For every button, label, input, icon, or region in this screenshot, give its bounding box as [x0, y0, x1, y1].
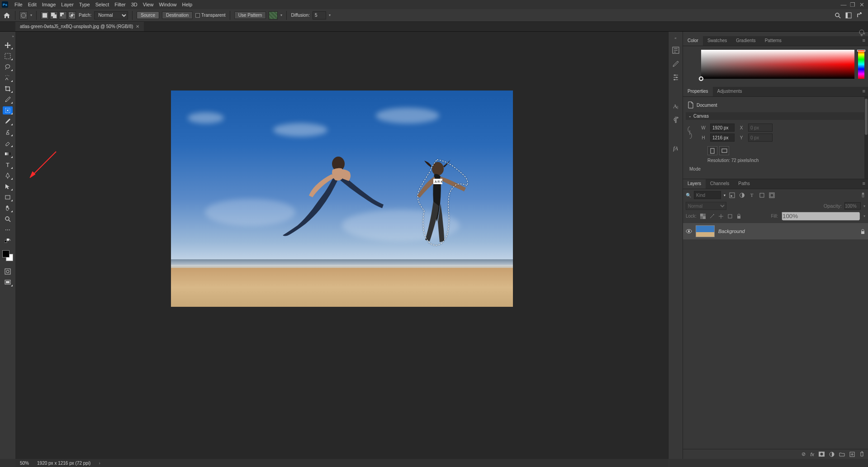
link-dimensions-icon[interactable] [688, 126, 698, 139]
paths-tab[interactable]: Paths [734, 179, 754, 189]
type-tool[interactable]: T [3, 161, 13, 169]
width-input[interactable] [710, 124, 735, 132]
share-icon[interactable] [856, 12, 863, 19]
filter-smart-icon[interactable] [768, 191, 775, 199]
adjustment-layer-icon[interactable] [829, 452, 835, 457]
menu-3d[interactable]: 3D [128, 1, 140, 8]
clone-stamp-tool[interactable] [3, 128, 13, 136]
patch-tool[interactable] [3, 106, 13, 114]
zoom-tool[interactable] [3, 215, 13, 223]
menu-image[interactable]: Image [39, 1, 59, 8]
menu-select[interactable]: Select [93, 1, 112, 8]
menu-type[interactable]: Type [76, 1, 93, 8]
lock-all-icon[interactable] [736, 214, 741, 219]
link-layers-icon[interactable]: ⊘ [802, 451, 806, 457]
adjustments-tab[interactable]: Adjustments [713, 87, 747, 96]
history-panel-icon[interactable] [672, 47, 679, 54]
patch-destination-button[interactable]: Destination [162, 11, 193, 19]
patch-mode-select[interactable]: Normal [94, 11, 128, 19]
layer-row[interactable]: Background [683, 223, 868, 239]
pen-tool[interactable] [3, 172, 13, 180]
channels-tab[interactable]: Channels [706, 179, 734, 189]
zoom-level[interactable]: 50% [20, 461, 29, 466]
quick-mask-icon[interactable] [3, 267, 13, 276]
filter-toggle-icon[interactable] [861, 192, 865, 198]
menu-file[interactable]: File [12, 1, 25, 8]
selection-add-icon[interactable] [50, 11, 58, 19]
height-input[interactable] [710, 133, 735, 142]
move-tool[interactable] [3, 41, 13, 49]
rectangle-tool[interactable] [3, 193, 13, 201]
menu-view[interactable]: View [140, 1, 157, 8]
toolbar-collapse-icon[interactable]: » [12, 34, 14, 38]
properties-tab[interactable]: Properties [683, 87, 713, 96]
selection-subtract-icon[interactable] [59, 11, 67, 19]
eyedropper-tool[interactable] [3, 95, 13, 104]
edit-toolbar-icon[interactable]: ⋯ [3, 226, 13, 234]
canvas-area[interactable]: A R K [15, 32, 668, 459]
foreground-background-colors[interactable] [2, 250, 13, 261]
layer-fx-icon[interactable]: fx [810, 452, 814, 457]
lock-position-icon[interactable] [718, 214, 724, 219]
window-close-icon[interactable]: ✕ [857, 1, 866, 8]
filter-pixel-icon[interactable] [728, 191, 735, 199]
adjustments-panel-icon[interactable] [672, 74, 679, 81]
gradients-tab[interactable]: Gradients [731, 36, 760, 46]
tips-lightbulb-icon[interactable] [857, 29, 866, 38]
home-icon[interactable] [3, 12, 11, 19]
selection-intersect-icon[interactable] [68, 11, 76, 19]
layer-lock-icon[interactable] [860, 229, 865, 234]
properties-panel-menu-icon[interactable]: ≡ [860, 87, 868, 96]
swap-colors-icon[interactable] [3, 237, 13, 245]
path-selection-tool[interactable] [3, 182, 13, 191]
delete-layer-icon[interactable] [859, 451, 864, 457]
portrait-orientation-button[interactable] [707, 146, 717, 155]
lasso-tool[interactable] [3, 63, 13, 71]
lock-transparent-icon[interactable] [700, 214, 706, 219]
search-icon[interactable] [835, 12, 841, 19]
character-panel-icon[interactable]: A| [673, 103, 678, 110]
layer-mask-icon[interactable] [819, 452, 825, 457]
landscape-orientation-button[interactable] [719, 146, 729, 155]
menu-filter[interactable]: Filter [112, 1, 128, 8]
lock-image-icon[interactable] [709, 214, 715, 219]
brushes-panel-icon[interactable] [672, 60, 679, 67]
menu-layer[interactable]: Layer [58, 1, 76, 8]
new-layer-icon[interactable] [849, 452, 855, 457]
workspace-icon[interactable] [845, 12, 852, 19]
color-tab[interactable]: Color [683, 36, 703, 46]
eraser-tool[interactable] [3, 139, 13, 147]
patch-tool-preset-icon[interactable] [19, 11, 28, 19]
quick-selection-tool[interactable] [3, 74, 13, 82]
canvas-section-header[interactable]: ⌄ Canvas [686, 112, 865, 120]
crop-tool[interactable] [3, 85, 13, 93]
gradient-tool[interactable] [3, 150, 13, 158]
layer-filter-input[interactable] [694, 191, 721, 199]
transparent-checkbox[interactable]: Transparent [195, 13, 226, 18]
layer-visibility-icon[interactable] [686, 229, 692, 234]
filter-type-icon[interactable]: T [748, 191, 755, 199]
diffusion-input[interactable] [313, 11, 326, 19]
window-minimize-icon[interactable]: — [839, 1, 848, 8]
menu-window[interactable]: Window [156, 1, 179, 8]
layers-tab[interactable]: Layers [683, 179, 706, 189]
swatches-tab[interactable]: Swatches [703, 36, 731, 46]
marquee-tool[interactable] [3, 52, 13, 60]
selection-new-icon[interactable] [41, 11, 49, 19]
hand-tool[interactable] [3, 204, 13, 212]
layer-group-icon[interactable] [839, 452, 845, 457]
collapse-dock-icon[interactable]: « [683, 32, 868, 36]
hue-slider[interactable] [858, 50, 864, 79]
paragraph-panel-icon[interactable] [672, 116, 679, 124]
filter-adjustment-icon[interactable] [738, 191, 745, 199]
layer-name[interactable]: Background [718, 229, 745, 234]
brush-tool[interactable] [3, 117, 13, 125]
lock-artboard-icon[interactable] [727, 214, 733, 219]
patch-source-button[interactable]: Source [137, 11, 159, 19]
filter-shape-icon[interactable] [758, 191, 765, 199]
screen-mode-icon[interactable] [3, 278, 13, 286]
color-spectrum[interactable] [701, 50, 854, 79]
status-chevron-icon[interactable]: › [99, 461, 100, 466]
menu-help[interactable]: Help [180, 1, 195, 8]
document-tab[interactable]: atlas-green-0wtaJ5_nxBQ-unsplash.jpg @ 5… [15, 22, 144, 31]
